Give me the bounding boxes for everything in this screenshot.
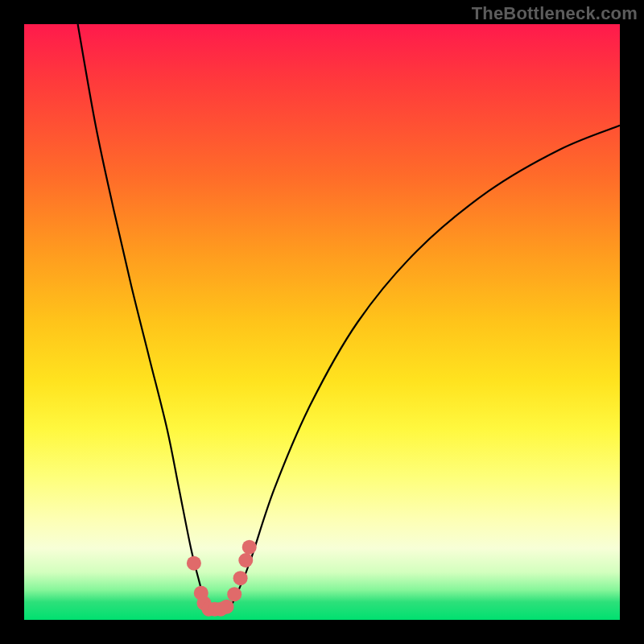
bottleneck-curve [24,24,620,620]
data-marker [220,600,234,614]
chart-frame: TheBottleneck.com [0,0,644,644]
watermark-text: TheBottleneck.com [472,3,638,24]
data-marker [242,540,257,555]
data-marker [187,556,201,571]
data-marker [227,587,242,601]
data-marker [233,571,248,585]
data-marker [238,553,253,568]
plot-area [24,24,620,620]
